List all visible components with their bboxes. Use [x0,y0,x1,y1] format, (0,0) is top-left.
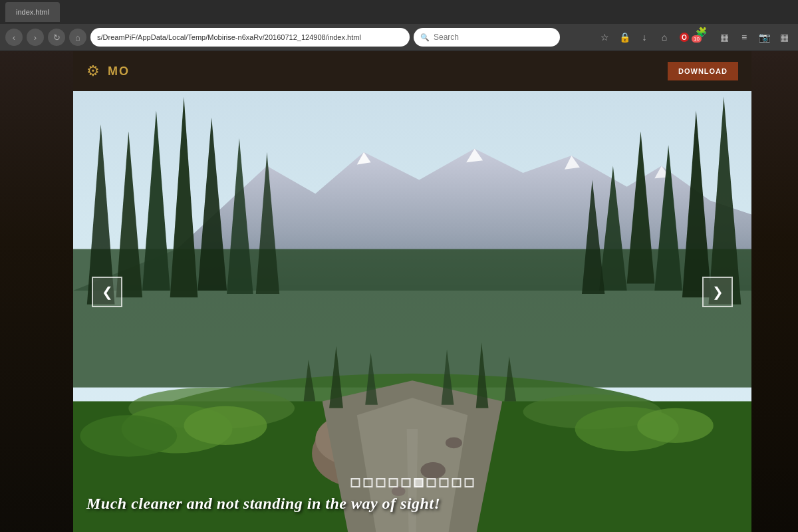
menu-icon[interactable]: ▦ [716,29,733,46]
home-nav-icon[interactable]: ⌂ [656,29,673,46]
dot-7[interactable] [427,478,436,487]
svg-point-38 [420,462,445,479]
search-input[interactable] [434,33,540,42]
app-header: ⚙ MO DOWNLOAD [73,51,751,91]
dot-2[interactable] [364,478,373,487]
right-bg [751,51,798,532]
carousel-next-button[interactable]: ❯ [702,277,733,307]
svg-point-28 [184,406,267,445]
carousel-dots [351,478,474,487]
badge-count: 10 [692,35,702,43]
next-icon: ❯ [712,284,724,300]
carousel: ❮ ❯ Much cleaner and not standing in [73,51,751,532]
left-bg [0,51,73,532]
download-icon[interactable]: ↓ [636,29,653,46]
svg-point-40 [446,438,462,449]
forward-button[interactable]: › [27,29,44,46]
refresh-button[interactable]: ↻ [48,29,65,46]
browser-toolbar: ‹ › ↻ ⌂ s/DreamPiF/AppData/Local/Temp/Mo… [0,24,798,51]
opera-icon[interactable]: O [676,29,693,46]
camera-icon[interactable]: 📷 [755,29,773,46]
home-button[interactable]: ⌂ [69,29,86,46]
prev-icon: ❮ [102,284,113,300]
dot-4[interactable] [389,478,398,487]
extensions-icon[interactable]: 🧩 10 [696,29,713,46]
svg-point-29 [80,415,177,456]
search-icon: 🔍 [420,33,430,42]
dot-3[interactable] [376,478,386,487]
tab-label: index.html [16,8,49,16]
address-bar[interactable]: s/DreamPiF/AppData/Local/Temp/Mobirise-n… [90,28,410,47]
svg-text:O: O [682,34,687,41]
app-area: ⚙ MO DOWNLOAD [0,51,798,532]
dot-5[interactable] [402,478,411,487]
slide-caption: Much cleaner and not standing in the way… [86,495,738,513]
svg-point-31 [637,408,713,443]
right-sidebar [751,51,798,532]
left-sidebar [0,51,73,532]
address-text: s/DreamPiF/AppData/Local/Temp/Mobirise-n… [97,33,361,41]
tab-bar: index.html [0,0,798,24]
browser-tab[interactable]: index.html [5,2,60,22]
search-box[interactable]: 🔍 [414,28,560,47]
more-icon[interactable]: ≡ [735,29,753,46]
main-content: ⚙ MO DOWNLOAD [73,51,751,532]
dot-6[interactable] [414,478,424,487]
nature-image [73,51,751,532]
lock-icon[interactable]: 🔒 [616,29,633,46]
dot-1[interactable] [351,478,360,487]
browser-chrome: index.html ‹ › ↻ ⌂ s/DreamPiF/AppData/Lo… [0,0,798,51]
dot-8[interactable] [440,478,449,487]
dot-10[interactable] [465,478,474,487]
toolbar-icons: ☆ 🔒 ↓ ⌂ O 🧩 10 ▦ ≡ 📷 ▦ [596,29,793,46]
gear-icon: ⚙ [86,63,100,80]
app-title: MO [108,65,130,78]
carousel-prev-button[interactable]: ❮ [92,277,122,307]
download-button[interactable]: DOWNLOAD [668,62,738,80]
panel-icon[interactable]: ▦ [775,29,793,46]
carousel-slide [73,51,751,532]
back-button[interactable]: ‹ [5,29,23,46]
dot-9[interactable] [452,478,462,487]
bookmark-icon[interactable]: ☆ [596,29,613,46]
